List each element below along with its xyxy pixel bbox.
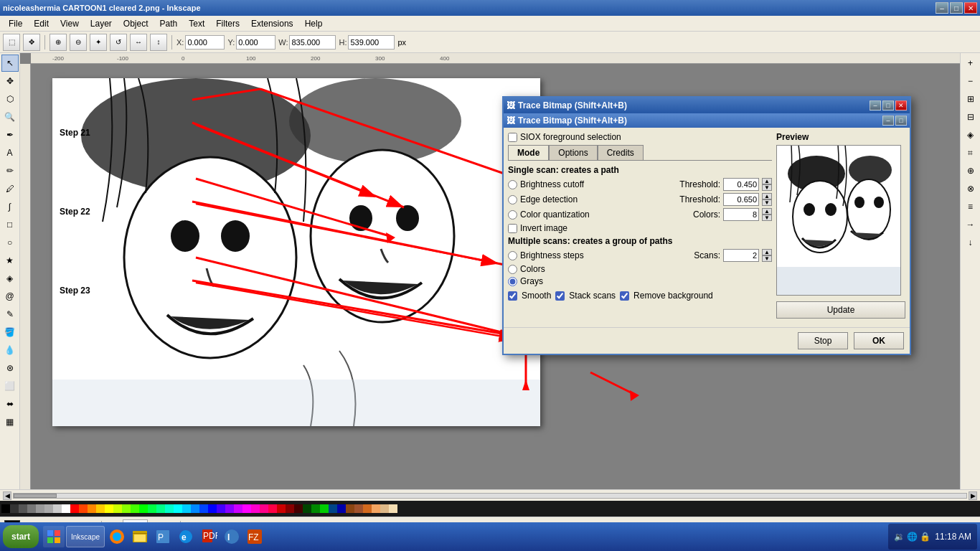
- color-swatch[interactable]: [182, 504, 191, 513]
- radio-edge[interactable]: [508, 195, 517, 204]
- smooth-label[interactable]: Smooth: [522, 291, 551, 301]
- rt-snap3[interactable]: ⌗: [962, 144, 979, 161]
- color-swatch[interactable]: [208, 504, 217, 513]
- tool-gradient[interactable]: ▦: [1, 413, 19, 430]
- tool-select[interactable]: ⬚: [3, 34, 20, 51]
- menu-help[interactable]: Help: [299, 17, 329, 30]
- taskbar-filezilla[interactable]: FZ: [244, 526, 265, 547]
- menu-filters[interactable]: Filters: [210, 17, 245, 30]
- spin-down-scans[interactable]: ▼: [762, 255, 772, 262]
- dialog-inner-minimize[interactable]: –: [882, 116, 894, 126]
- tab-credits[interactable]: Credits: [598, 145, 644, 160]
- taskbar-inkscape2[interactable]: I: [221, 526, 242, 547]
- color-swatch[interactable]: [165, 504, 174, 513]
- dialog-inner-maximize[interactable]: □: [895, 116, 907, 126]
- h-input[interactable]: [348, 35, 395, 50]
- radio-colorquant-label[interactable]: Color quantization: [520, 209, 590, 220]
- stackscans-checkbox[interactable]: [555, 291, 565, 301]
- rt-arrow2[interactable]: ↓: [962, 234, 979, 251]
- dialog-outer-minimize[interactable]: –: [870, 100, 881, 110]
- tab-mode[interactable]: Mode: [508, 145, 549, 160]
- color-swatch[interactable]: [44, 504, 53, 513]
- rt-zoom-in[interactable]: +: [962, 55, 979, 72]
- radio-colors-label[interactable]: Colors: [520, 264, 545, 274]
- menu-layer[interactable]: Layer: [85, 17, 118, 30]
- color-swatch[interactable]: [303, 504, 311, 513]
- removebg-label[interactable]: Remove background: [633, 291, 713, 301]
- color-swatch[interactable]: [225, 504, 234, 513]
- color-swatch[interactable]: [242, 504, 251, 513]
- horizontal-scrollbar[interactable]: ◀ ▶: [0, 489, 980, 501]
- color-swatch[interactable]: [268, 504, 277, 513]
- color-swatch[interactable]: [311, 504, 320, 513]
- tool-rotate[interactable]: ↺: [110, 34, 127, 51]
- color-swatch[interactable]: [217, 504, 225, 513]
- tool-text2[interactable]: A: [1, 144, 19, 161]
- colors-input[interactable]: [723, 208, 759, 221]
- tool-node2[interactable]: ✥: [1, 72, 19, 90]
- taskbar-firefox[interactable]: [106, 526, 128, 547]
- scroll-right-btn[interactable]: ▶: [969, 491, 977, 500]
- color-swatch[interactable]: [148, 504, 156, 513]
- tool-calligraphy[interactable]: ∫: [1, 198, 19, 215]
- close-button[interactable]: ✕: [964, 2, 977, 14]
- tab-options[interactable]: Options: [549, 145, 597, 160]
- rt-snap5[interactable]: ⊗: [962, 180, 979, 197]
- menu-text[interactable]: Text: [183, 17, 210, 30]
- invert-image-checkbox[interactable]: [508, 224, 517, 233]
- color-swatch[interactable]: [79, 504, 88, 513]
- color-swatch[interactable]: [363, 504, 372, 513]
- scroll-left-btn[interactable]: ◀: [3, 491, 11, 500]
- color-swatch[interactable]: [199, 504, 208, 513]
- color-swatch[interactable]: [320, 504, 329, 513]
- color-swatch[interactable]: [191, 504, 199, 513]
- spin-up-edge[interactable]: ▲: [762, 193, 772, 199]
- spin-up-colors[interactable]: ▲: [762, 208, 772, 215]
- color-swatch[interactable]: [1, 504, 10, 513]
- update-button[interactable]: Update: [776, 301, 905, 319]
- color-swatch[interactable]: [70, 504, 79, 513]
- radio-grays[interactable]: [508, 277, 517, 286]
- spin-down-colors[interactable]: ▼: [762, 215, 772, 221]
- siox-label[interactable]: SIOX foreground selection: [520, 132, 621, 142]
- stackscans-label[interactable]: Stack scans: [569, 291, 616, 301]
- tool-eraser[interactable]: ⬜: [1, 377, 19, 395]
- menu-view[interactable]: View: [55, 17, 85, 30]
- color-swatch[interactable]: [329, 504, 337, 513]
- color-swatch[interactable]: [96, 504, 105, 513]
- color-swatch[interactable]: [346, 504, 354, 513]
- tool-rect[interactable]: □: [1, 216, 19, 233]
- siox-checkbox[interactable]: [508, 133, 517, 142]
- color-swatch[interactable]: [105, 504, 113, 513]
- rt-snap4[interactable]: ⊕: [962, 162, 979, 179]
- color-swatch[interactable]: [294, 504, 303, 513]
- color-swatch[interactable]: [337, 504, 346, 513]
- radio-brightness[interactable]: [508, 180, 517, 189]
- color-swatch[interactable]: [131, 504, 139, 513]
- radio-brightness-label[interactable]: Brightness cutoff: [520, 179, 584, 189]
- start-button[interactable]: start: [3, 525, 39, 548]
- radio-grays-label[interactable]: Grays: [520, 276, 543, 286]
- maximize-button[interactable]: □: [950, 2, 963, 14]
- tool-circle[interactable]: ○: [1, 234, 19, 251]
- tool-flip-v[interactable]: ↕: [150, 34, 167, 51]
- spin-down-edge[interactable]: ▼: [762, 199, 772, 206]
- rt-snap[interactable]: ⊞: [962, 90, 979, 108]
- tool-measure[interactable]: ✒: [1, 126, 19, 143]
- tool-bezier[interactable]: ✏: [1, 162, 19, 179]
- color-swatch[interactable]: [174, 504, 182, 513]
- tool-arrow[interactable]: ↖: [1, 55, 19, 72]
- threshold-brightness-input[interactable]: [723, 178, 759, 191]
- color-swatch[interactable]: [88, 504, 96, 513]
- radio-brightness-steps[interactable]: [508, 251, 517, 260]
- spin-down-brightness[interactable]: ▼: [762, 184, 772, 191]
- color-swatch[interactable]: [354, 504, 363, 513]
- threshold-edge-input[interactable]: [723, 193, 759, 206]
- tool-spray[interactable]: ⊛: [1, 359, 19, 377]
- tool-zoom[interactable]: 🔍: [1, 108, 19, 126]
- tool-node[interactable]: ✥: [23, 34, 40, 51]
- tool-spiral[interactable]: @: [1, 288, 19, 305]
- rt-color[interactable]: ◈: [962, 126, 979, 143]
- spin-up-scans[interactable]: ▲: [762, 249, 772, 255]
- tool-move[interactable]: ✦: [90, 34, 107, 51]
